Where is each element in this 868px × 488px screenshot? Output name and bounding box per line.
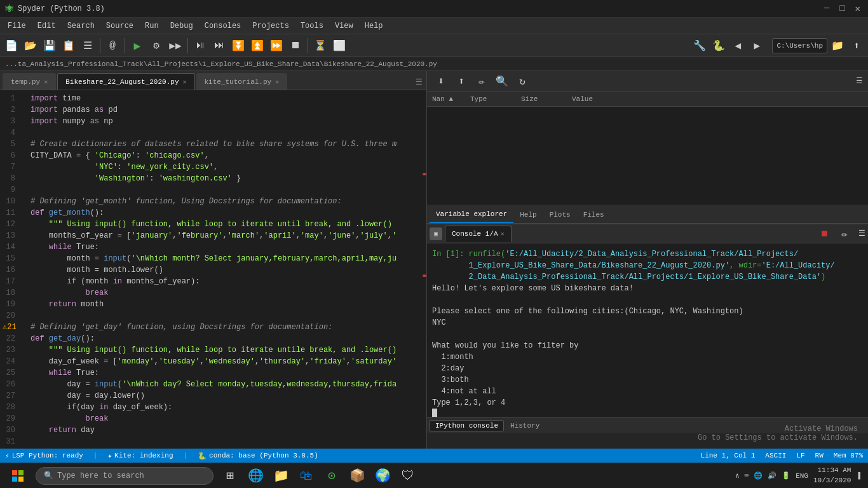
windows-logo-icon: [12, 470, 24, 482]
menu-help[interactable]: Help: [360, 20, 388, 32]
store-icon[interactable]: 🛍: [295, 464, 318, 487]
code-line-7: 'NYC': 'new_york_city.csv',: [31, 161, 421, 173]
var-menu-btn[interactable]: ☰: [856, 76, 863, 86]
taskbar-icon-7[interactable]: 🌍: [371, 464, 394, 487]
maximize-button[interactable]: □: [837, 3, 847, 14]
console-tab-1[interactable]: Console 1/A ✕: [445, 226, 512, 242]
var-edit-btn[interactable]: ✏: [473, 72, 491, 90]
open-folder-btn[interactable]: 📁: [829, 37, 846, 55]
console-menu-btn[interactable]: ☰: [858, 229, 865, 238]
tab-files[interactable]: Files: [577, 207, 611, 223]
close-console-tab[interactable]: ✕: [501, 230, 505, 238]
console-stop-btn[interactable]: ⏹: [815, 225, 833, 243]
subtab-history[interactable]: History: [505, 421, 545, 431]
menu-search[interactable]: Search: [62, 20, 100, 32]
menu-file[interactable]: File: [3, 20, 31, 32]
path-bar[interactable]: C:\Users\hp: [772, 38, 827, 53]
code-line-17: if (month in months_of_year):: [31, 276, 421, 287]
show-desktop-btn[interactable]: ▐: [856, 472, 860, 480]
tool-icon[interactable]: 🔧: [691, 37, 709, 55]
tab-plots[interactable]: Plots: [543, 207, 577, 223]
console-content[interactable]: In [1]: runfile('E:/All_Udacity/2_Data_A…: [427, 243, 868, 417]
console-edit-btn[interactable]: ✏: [836, 225, 853, 243]
var-refresh-btn[interactable]: ↻: [513, 72, 531, 90]
menu-consoles[interactable]: Consoles: [200, 20, 247, 32]
editor-scrollbar[interactable]: [421, 90, 426, 449]
run-btn[interactable]: ▶: [128, 37, 146, 55]
line-numbers: 1 2 3 4 5 6 7 8 9 10 11 12 13 14 15 16 1…: [0, 90, 25, 449]
menu-view[interactable]: View: [330, 20, 358, 32]
profile-btn[interactable]: ⏳: [311, 37, 329, 55]
search-box[interactable]: 🔍 Type here to search: [36, 467, 214, 485]
save-btn[interactable]: 💾: [41, 37, 58, 55]
save-all-btn[interactable]: 📋: [60, 37, 78, 55]
edge-icon[interactable]: 🌐: [244, 464, 267, 487]
stop-btn[interactable]: ⏹: [287, 37, 304, 55]
task-view-btn[interactable]: ⊞: [219, 464, 241, 487]
open-file-btn[interactable]: 📂: [22, 37, 39, 55]
chrome-icon[interactable]: ⊙: [320, 464, 343, 487]
menu-projects[interactable]: Projects: [247, 20, 294, 32]
upload-btn[interactable]: ⬆: [848, 37, 865, 55]
minimize-button[interactable]: ─: [822, 3, 832, 14]
tray-sound[interactable]: 🔊: [768, 471, 776, 480]
tab-help[interactable]: Help: [513, 207, 543, 223]
forward-btn[interactable]: ▶: [748, 37, 766, 55]
code-area[interactable]: 1 2 3 4 5 6 7 8 9 10 11 12 13 14 15 16 1…: [0, 90, 426, 449]
menu-debug[interactable]: Debug: [165, 20, 198, 32]
code-line-2: import pandas as pd: [31, 104, 421, 116]
tray-network[interactable]: 🌐: [754, 471, 763, 480]
menu-edit[interactable]: Edit: [32, 20, 61, 32]
close-button[interactable]: ✕: [853, 3, 863, 14]
code-line-1: import time: [31, 93, 421, 104]
code-line-5: # Create dictionaries of datasets relate…: [31, 139, 421, 150]
menu-tools[interactable]: Tools: [295, 20, 329, 32]
lang-indicator[interactable]: ENG: [796, 472, 808, 480]
code-line-19: return month: [31, 299, 421, 310]
run-selection-btn[interactable]: ▶▶: [166, 37, 184, 55]
menu-source[interactable]: Source: [101, 20, 139, 32]
code-line-11: def get_month():: [31, 207, 421, 219]
panel-tabs: Variable explorer Help Plots Files: [427, 205, 868, 224]
close-tab-bikeshare[interactable]: ✕: [182, 78, 186, 86]
tab-bikeshare[interactable]: Bikeshare_22_August_2020.py ✕: [57, 73, 194, 90]
var-import-btn[interactable]: ⬇: [432, 72, 450, 90]
code-content[interactable]: import time import pandas as pd import n…: [25, 90, 421, 449]
step-out-btn[interactable]: ⏫: [248, 37, 266, 55]
tab-variable-explorer[interactable]: Variable explorer: [430, 207, 513, 223]
close-tab-temp[interactable]: ✕: [44, 78, 48, 86]
code-line-6: CITY_DATA = { 'Chicago': 'chicago.csv',: [31, 150, 421, 161]
continue-btn[interactable]: ⏩: [268, 37, 285, 55]
start-button[interactable]: [3, 463, 33, 489]
close-tab-kite[interactable]: ✕: [275, 78, 279, 86]
taskbar-icon-6[interactable]: 📦: [346, 464, 369, 487]
browse-btn[interactable]: ☰: [79, 37, 97, 55]
conda-icon: 🐍: [198, 452, 207, 460]
explorer-icon[interactable]: 📁: [269, 464, 292, 487]
subtab-ipython[interactable]: IPython console: [430, 420, 504, 431]
tab-temp-py[interactable]: temp.py ✕: [3, 73, 56, 90]
code-line-15: month = input('\nWhich month? Select jan…: [31, 253, 421, 264]
debug-btn[interactable]: ⏯: [191, 37, 209, 55]
title-text: Spyder (Python 3.8): [18, 4, 105, 13]
var-explorer-toolbar: ⬇ ⬆ ✏ 🔍 ↻ ☰: [427, 71, 868, 92]
step-in-btn[interactable]: ⏬: [229, 37, 247, 55]
maximize-pane-btn[interactable]: ⬜: [330, 37, 348, 55]
step-btn[interactable]: ⏭: [210, 37, 228, 55]
menu-bar: File Edit Search Source Run Debug Consol…: [0, 18, 868, 34]
email-btn[interactable]: @: [104, 37, 121, 55]
run-config-btn[interactable]: ⚙: [147, 37, 165, 55]
python-icon[interactable]: 🐍: [710, 37, 728, 55]
var-search-btn[interactable]: 🔍: [493, 72, 511, 90]
svg-rect-1: [18, 470, 24, 475]
menu-run[interactable]: Run: [140, 20, 164, 32]
search-icon: 🔍: [44, 471, 53, 480]
tab-kite[interactable]: kite_tutorial.py ✕: [196, 73, 288, 90]
new-file-btn[interactable]: 📄: [3, 37, 20, 55]
tab-menu-button[interactable]: ☰: [411, 74, 426, 90]
var-export-btn[interactable]: ⬆: [452, 72, 470, 90]
taskbar-icon-8[interactable]: 🛡: [397, 464, 419, 487]
back-btn[interactable]: ◀: [729, 37, 747, 55]
var-explorer-content[interactable]: [427, 107, 868, 205]
tray-arrow[interactable]: ∧: [735, 471, 740, 480]
